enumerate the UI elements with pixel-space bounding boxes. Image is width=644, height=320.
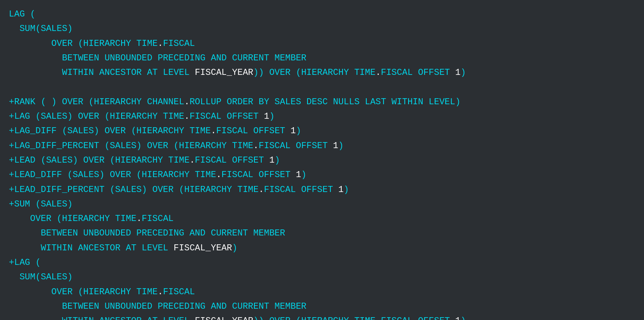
code-token: . [184,111,190,122]
code-token: +LAG_DIFF (SALES) OVER ( [9,126,136,136]
code-token: BETWEEN UNBOUNDED PRECEDING AND CURRENT … [9,53,306,63]
code-token: SUM(SALES) [9,24,72,34]
code-token: FISCAL OFFSET [259,141,333,151]
code-token: ) [460,316,466,320]
code-token: 1 [339,185,344,195]
code-token: FISCAL [163,39,195,49]
code-token: HIERARCHY TIME [301,316,376,320]
code-token: OVER ( [9,287,83,297]
code-token: ROLLUP ORDER BY SALES DESC NULLS LAST WI… [190,97,460,107]
code-token: HIERARCHY TIME [179,141,253,151]
code-line: BETWEEN UNBOUNDED PRECEDING AND CURRENT … [9,226,635,241]
code-line: WITHIN ANCESTOR AT LEVEL FISCAL_YEAR) [9,241,635,256]
code-token: +RANK ( ) OVER ( [9,97,94,107]
code-token: HIERARCHY TIME [83,39,158,49]
code-token: ) [296,126,301,136]
code-token: FISCAL [142,214,173,224]
code-token: HIERARCHY TIME [83,287,158,297]
code-token: FISCAL OFFSET [195,155,269,165]
code-token: FISCAL [163,287,195,297]
code-token: . [158,39,163,49]
code-token: 1 [269,155,275,165]
code-token: 1 [455,316,460,320]
code-token: . [136,214,142,224]
code-line: LAG ( [9,7,635,22]
code-token: ) [460,68,466,78]
code-token: HIERARCHY TIME [301,68,376,78]
code-token: WITHIN ANCESTOR AT LEVEL [9,243,173,253]
code-token: ) [301,170,306,180]
code-line: +LAG ( [9,256,635,270]
code-line: +LAG_DIFF (SALES) OVER (HIERARCHY TIME.F… [9,124,635,138]
code-line: OVER (HIERARCHY TIME.FISCAL [9,37,635,51]
code-token: FISCAL OFFSET [264,185,339,195]
code-token: FISCAL OFFSET [381,68,455,78]
code-token: WITHIN ANCESTOR AT LEVEL [9,316,195,320]
code-token: +LEAD (SALES) OVER ( [9,155,115,165]
code-line: BETWEEN UNBOUNDED PRECEDING AND CURRENT … [9,299,635,314]
code-token: )) OVER ( [253,316,301,320]
code-token: BETWEEN UNBOUNDED PRECEDING AND CURRENT … [9,228,285,238]
code-token: FISCAL OFFSET [381,316,455,320]
code-line: SUM(SALES) [9,22,635,36]
code-line: +LAG_DIFF_PERCENT (SALES) OVER (HIERARCH… [9,139,635,153]
code-token: ) [339,141,344,151]
code-token: . [216,170,221,180]
code-line: +RANK ( ) OVER (HIERARCHY CHANNEL.ROLLUP… [9,95,635,109]
code-token: +LAG ( [9,258,41,268]
code-line: +LAG (SALES) OVER (HIERARCHY TIME.FISCAL… [9,109,635,124]
code-token: LAG ( [9,9,35,19]
code-token: . [158,287,163,297]
code-line: +LEAD_DIFF (SALES) OVER (HIERARCHY TIME.… [9,168,635,182]
code-token: +LAG_DIFF_PERCENT (SALES) OVER ( [9,141,179,151]
code-token: FISCAL_YEAR [195,68,253,78]
code-token: ) [232,243,237,253]
code-token: +LEAD_DIFF_PERCENT (SALES) OVER ( [9,185,184,195]
code-line: WITHIN ANCESTOR AT LEVEL FISCAL_YEAR)) O… [9,314,635,320]
code-token: SUM(SALES) [9,272,72,282]
code-token: . [211,126,216,136]
code-line: WITHIN ANCESTOR AT LEVEL FISCAL_YEAR)) O… [9,66,635,80]
code-token: . [253,141,258,151]
code-token: +LAG (SALES) OVER ( [9,111,110,122]
code-line: +SUM (SALES) [9,197,635,212]
code-token: 1 [291,126,296,136]
code-token: 1 [264,111,269,122]
code-token: FISCAL_YEAR [195,316,253,320]
code-token: . [190,155,195,165]
code-token: 1 [455,68,460,78]
code-line: OVER (HIERARCHY TIME.FISCAL [9,285,635,299]
code-line: OVER (HIERARCHY TIME.FISCAL [9,212,635,226]
code-token: HIERARCHY TIME [115,155,190,165]
code-token: 1 [296,170,301,180]
code-token: FISCAL OFFSET [190,111,264,122]
code-token: FISCAL OFFSET [216,126,291,136]
code-token: WITHIN ANCESTOR AT LEVEL [9,68,195,78]
code-token: HIERARCHY TIME [184,185,259,195]
code-token: ) [269,111,275,122]
code-token: . [184,97,190,107]
code-token: . [376,316,381,320]
code-token: HIERARCHY TIME [62,214,136,224]
code-line: BETWEEN UNBOUNDED PRECEDING AND CURRENT … [9,51,635,66]
code-line: +LEAD_DIFF_PERCENT (SALES) OVER (HIERARC… [9,183,635,197]
code-line: SUM(SALES) [9,270,635,285]
code-token: +SUM (SALES) [9,199,72,209]
code-token: HIERARCHY TIME [142,170,216,180]
code-token: FISCAL_YEAR [173,243,232,253]
code-token: BETWEEN UNBOUNDED PRECEDING AND CURRENT … [9,301,306,312]
code-line [9,80,635,95]
code-line: +LEAD (SALES) OVER (HIERARCHY TIME.FISCA… [9,153,635,168]
code-token: HIERARCHY CHANNEL [94,97,184,107]
code-token: . [259,185,264,195]
code-token: OVER ( [9,214,62,224]
code-token: 1 [333,141,338,151]
code-token: HIERARCHY TIME [110,111,184,122]
code-token: +LEAD_DIFF (SALES) OVER ( [9,170,142,180]
code-editor: LAG ( SUM(SALES) OVER (HIERARCHY TIME.FI… [9,7,635,320]
code-token: FISCAL OFFSET [221,170,296,180]
code-token: HIERARCHY TIME [136,126,211,136]
code-token: OVER ( [9,39,83,49]
code-token: )) OVER ( [253,68,301,78]
code-token: ) [275,155,280,165]
